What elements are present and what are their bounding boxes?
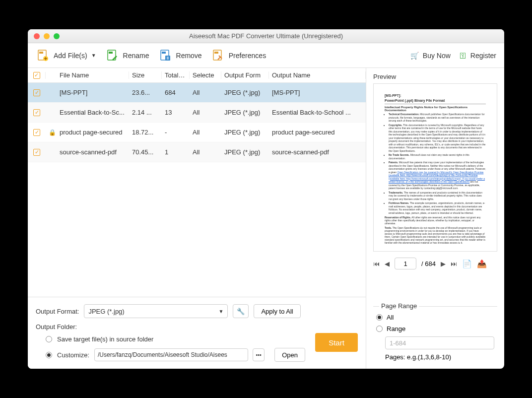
page-range-all-radio[interactable] <box>376 314 383 321</box>
dropdown-caret-icon: ▼ <box>91 53 96 58</box>
preview-pager: ⏮ ◀ / 684 ▶ ⏭ 📄 📤 <box>373 258 497 269</box>
maximize-window-button[interactable] <box>54 33 60 39</box>
row-output-name: source-scanned-pdf <box>269 148 366 156</box>
preview-document: [MS-PPT]: PowerPoint (.ppt) Binary File … <box>373 83 497 252</box>
page-range-legend: Page Range <box>379 302 419 310</box>
row-output-format: JPEG (*.jpg) <box>221 89 269 96</box>
last-page-button[interactable]: ⏭ <box>451 260 457 267</box>
rename-label: Rename <box>123 52 149 60</box>
header-size[interactable]: Size <box>129 71 162 79</box>
register-button[interactable]: ⚿ Register <box>460 52 496 60</box>
row-filename: source-scanned-pdf <box>57 148 129 156</box>
output-folder-label: Output Folder: <box>36 323 77 331</box>
table-header: ✓ File Name Size Total Pa Selecte Output… <box>28 68 366 83</box>
save-in-source-label: Save target file(s) in source folder <box>57 335 153 343</box>
buy-now-label: Buy Now <box>423 52 451 60</box>
row-total-pages: 1 <box>162 148 190 156</box>
page-range-hint: Pages: e.g.(1,3,6,8-10) <box>385 353 497 361</box>
prev-page-button[interactable]: ◀ <box>385 260 390 267</box>
key-icon: ⚿ <box>460 52 466 60</box>
export-page-icon[interactable]: 📤 <box>477 259 487 268</box>
row-checkbox[interactable]: ✓ <box>33 149 40 156</box>
titlebar: Aiseesoft Mac PDF Converter Ultimate (Un… <box>28 29 504 43</box>
output-settings-panel: Output Format: JPEG (*.jpg) ▼ 🔧 Apply to… <box>28 297 366 369</box>
row-checkbox[interactable]: ✓ <box>33 89 40 96</box>
row-total-pages: 13 <box>162 109 190 116</box>
header-selected[interactable]: Selecte <box>190 71 221 79</box>
output-format-value: JPEG (*.jpg) <box>88 308 124 315</box>
cart-icon: 🛒 <box>410 52 419 60</box>
output-format-select[interactable]: JPEG (*.jpg) ▼ <box>84 304 228 318</box>
save-in-source-radio[interactable] <box>46 336 52 342</box>
page-range-input[interactable]: 1-684 <box>385 336 494 349</box>
open-folder-button[interactable]: Open <box>274 348 305 362</box>
preferences-button[interactable]: Preferences <box>211 49 266 63</box>
row-filename: Essential Back-to-Sc... <box>57 109 129 116</box>
chevron-down-icon: ▼ <box>219 309 224 314</box>
preview-label: Preview <box>373 73 497 80</box>
header-filename[interactable]: File Name <box>57 71 129 79</box>
row-checkbox[interactable]: ✓ <box>33 129 40 136</box>
row-size: 70.45... <box>129 148 162 156</box>
start-button[interactable]: Start <box>315 333 358 352</box>
apply-to-all-button[interactable]: Apply to All <box>254 304 300 318</box>
row-selected-pages: All <box>190 148 221 156</box>
row-output-name: [MS-PPT] <box>269 89 366 96</box>
row-output-name: Essential Back-to-School ... <box>269 109 366 116</box>
register-label: Register <box>470 52 496 60</box>
row-checkbox[interactable]: ✓ <box>33 109 40 116</box>
header-format[interactable]: Output Form <box>221 71 269 79</box>
row-output-name: product page-secured <box>269 129 366 136</box>
customize-label: Customize: <box>57 351 89 359</box>
row-total-pages: 684 <box>162 89 190 96</box>
format-settings-button[interactable]: 🔧 <box>233 304 249 318</box>
buy-now-button[interactable]: 🛒 Buy Now <box>410 52 451 60</box>
app-window: Aiseesoft Mac PDF Converter Ultimate (Un… <box>28 29 504 369</box>
output-format-label: Output Format: <box>36 308 79 315</box>
preferences-label: Preferences <box>229 52 266 60</box>
row-selected-pages: All <box>190 89 221 96</box>
row-filename: product page-secured <box>57 129 129 136</box>
row-output-format: JPEG (*.jpg) <box>221 109 269 116</box>
close-window-button[interactable] <box>34 33 40 39</box>
page-range-section: Page Range All Range 1-684 Pages: e.g.(1… <box>373 297 497 361</box>
table-row[interactable]: ✓ [MS-PPT] 23.6... 684 All JPEG (*.jpg) … <box>28 83 366 103</box>
customize-folder-radio[interactable] <box>46 352 52 358</box>
fit-page-icon[interactable]: 📄 <box>462 259 472 268</box>
preferences-icon <box>211 49 225 63</box>
table-row[interactable]: ✓ 🔒 product page-secured 18.72... - All … <box>28 123 366 142</box>
row-selected-pages: All <box>190 109 221 116</box>
current-page-input[interactable] <box>395 258 416 269</box>
row-total-pages: - <box>162 129 190 136</box>
add-files-button[interactable]: Add File(s) ▼ <box>36 49 96 63</box>
remove-icon <box>158 49 172 63</box>
preview-panel: Preview [MS-PPT]: PowerPoint (.ppt) Bina… <box>366 68 504 369</box>
page-range-range-label: Range <box>387 325 405 332</box>
output-path-input[interactable]: /Users/fanzq/Documents/Aiseesoft Studio/… <box>94 348 248 361</box>
row-size: 2.14 ... <box>129 109 162 116</box>
table-row[interactable]: ✓ Essential Back-to-Sc... 2.14 ... 13 Al… <box>28 103 366 123</box>
add-files-label: Add File(s) <box>54 52 87 60</box>
svg-rect-9 <box>214 52 218 54</box>
minimize-window-button[interactable] <box>44 33 50 39</box>
row-output-format: JPEG (*.jpg) <box>221 148 269 156</box>
page-range-range-radio[interactable] <box>376 326 383 332</box>
svg-rect-6 <box>162 52 166 54</box>
first-page-button[interactable]: ⏮ <box>373 260 380 267</box>
select-all-checkbox[interactable]: ✓ <box>33 72 40 79</box>
remove-label: Remove <box>176 52 202 60</box>
lock-icon: 🔒 <box>49 129 57 136</box>
svg-rect-1 <box>39 52 43 54</box>
table-row[interactable]: ✓ source-scanned-pdf 70.45... 1 All JPEG… <box>28 142 366 162</box>
header-output-name[interactable]: Output Name <box>269 71 366 79</box>
row-output-format: JPEG (*.jpg) <box>221 129 269 136</box>
next-page-button[interactable]: ▶ <box>441 260 446 267</box>
window-title: Aiseesoft Mac PDF Converter Ultimate (Un… <box>28 32 504 40</box>
browse-folder-button[interactable]: ••• <box>253 348 265 361</box>
table-body: ✓ [MS-PPT] 23.6... 684 All JPEG (*.jpg) … <box>28 83 366 297</box>
header-total[interactable]: Total Pa <box>162 71 190 79</box>
rename-button[interactable]: Rename <box>105 49 149 63</box>
remove-button[interactable]: Remove <box>158 49 202 63</box>
toolbar: Add File(s) ▼ Rename Remove Preferences … <box>28 43 504 68</box>
svg-rect-4 <box>109 52 113 54</box>
